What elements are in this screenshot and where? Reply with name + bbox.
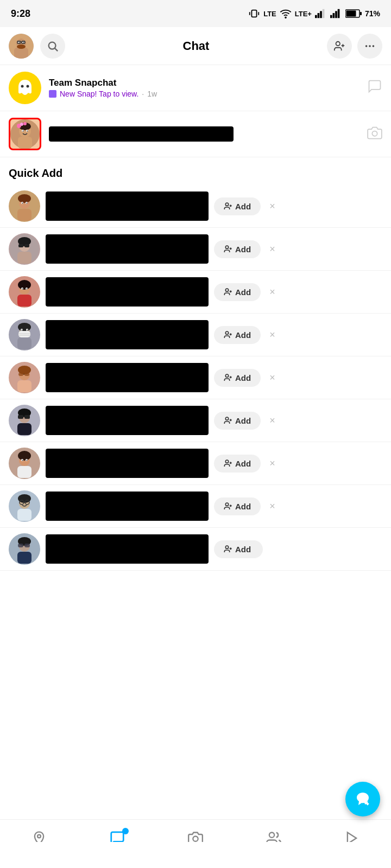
svg-rect-47 <box>18 137 32 149</box>
add-person-btn-icon-1 <box>224 202 232 210</box>
add-button-5[interactable]: Add <box>214 369 261 387</box>
battery-label: 71% <box>365 9 380 18</box>
add-button-7[interactable]: Add <box>214 455 261 473</box>
redacted-block-9 <box>46 534 209 564</box>
search-icon <box>47 40 59 52</box>
dismiss-button-8[interactable]: × <box>267 499 278 514</box>
user-avatar[interactable] <box>9 34 34 59</box>
qa-bitmoji-9 <box>10 534 39 564</box>
qa-bitmoji-4 <box>10 320 39 349</box>
svg-point-41 <box>20 123 23 126</box>
svg-rect-108 <box>18 415 23 419</box>
svg-point-120 <box>22 460 23 461</box>
add-person-btn-icon-8 <box>224 502 232 510</box>
add-person-btn-icon-7 <box>224 459 232 468</box>
dismiss-button-1[interactable]: × <box>267 199 278 214</box>
dismiss-button-7[interactable]: × <box>267 456 278 471</box>
svg-rect-11 <box>338 9 340 18</box>
chat-name-snapchat: Team Snapchat <box>49 78 367 88</box>
chat-item-team-snapchat[interactable]: Team Snapchat New Snap! Tap to view. · 1… <box>0 65 391 111</box>
quick-add-row-8[interactable]: Add × <box>0 485 391 528</box>
dismiss-button-5[interactable]: × <box>267 370 278 386</box>
quick-add-row-2[interactable]: Add × <box>0 228 391 271</box>
add-button-2[interactable]: Add <box>214 240 261 258</box>
svg-rect-84 <box>18 331 30 337</box>
svg-rect-9 <box>333 13 335 18</box>
qa-bitmoji-5 <box>10 363 39 392</box>
qa-bitmoji-2 <box>10 234 39 264</box>
add-button-8[interactable]: Add <box>214 497 261 515</box>
svg-point-112 <box>225 417 228 420</box>
svg-point-83 <box>18 323 31 331</box>
svg-point-48 <box>372 131 377 136</box>
svg-point-42 <box>23 122 27 125</box>
svg-rect-77 <box>17 295 31 307</box>
redacted-avatar <box>9 118 41 150</box>
top-nav: Chat <box>0 27 391 65</box>
qa-bitmoji-8 <box>10 492 39 521</box>
add-label-5: Add <box>235 373 251 382</box>
quick-add-row-1[interactable]: Add × <box>0 185 391 228</box>
add-button-4[interactable]: Add <box>214 326 261 344</box>
svg-point-147 <box>193 836 198 841</box>
more-options-button[interactable] <box>357 34 382 59</box>
quick-add-row-7[interactable]: Add × <box>0 442 391 485</box>
add-person-icon <box>333 40 345 52</box>
redacted-block-4 <box>46 320 209 349</box>
quick-add-row-5[interactable]: Add × <box>0 356 391 399</box>
quick-add-row-4[interactable]: Add × <box>0 314 391 356</box>
qa-avatar-2 <box>9 233 40 265</box>
svg-point-27 <box>49 42 56 49</box>
add-button-6[interactable]: Add <box>214 412 261 430</box>
add-button-1[interactable]: Add <box>214 197 261 215</box>
svg-point-22 <box>23 42 24 43</box>
vibrate-icon <box>248 8 260 20</box>
quick-add-row-9[interactable]: Add <box>0 528 391 571</box>
redacted-block-2 <box>46 234 209 264</box>
svg-rect-5 <box>318 13 320 18</box>
add-person-btn-icon-3 <box>224 288 232 296</box>
svg-rect-111 <box>17 423 31 435</box>
svg-point-76 <box>27 289 28 290</box>
quick-add-title: Quick Add <box>9 167 62 179</box>
content-area: Team Snapchat New Snap! Tap to view. · 1… <box>0 65 391 679</box>
redacted-block-8 <box>46 492 209 521</box>
svg-point-21 <box>19 42 20 43</box>
svg-rect-139 <box>18 544 23 547</box>
svg-point-72 <box>18 280 31 290</box>
search-button[interactable] <box>40 34 65 59</box>
dismiss-button-6[interactable]: × <box>267 413 278 429</box>
qa-bitmoji-3 <box>10 277 39 307</box>
add-button-3[interactable]: Add <box>214 283 261 301</box>
quick-add-row-3[interactable]: Add × <box>0 271 391 314</box>
redacted-block-6 <box>46 406 209 435</box>
camera-icon <box>367 125 382 141</box>
svg-point-46 <box>27 131 28 132</box>
dismiss-button-4[interactable]: × <box>267 327 278 343</box>
qa-avatar-8 <box>9 490 40 522</box>
add-label-2: Add <box>235 245 251 254</box>
dismiss-button-2[interactable]: × <box>267 241 278 257</box>
chat-item-redacted[interactable] <box>0 111 391 157</box>
add-friend-button[interactable] <box>327 34 352 59</box>
add-button-9[interactable]: Add <box>214 540 263 558</box>
dismiss-button-3[interactable]: × <box>267 284 278 300</box>
quick-add-row-6[interactable]: Add × <box>0 399 391 442</box>
svg-point-90 <box>27 330 28 331</box>
svg-point-92 <box>225 331 228 334</box>
svg-rect-8 <box>330 15 332 18</box>
svg-point-55 <box>27 203 28 204</box>
svg-rect-142 <box>17 552 31 564</box>
message-icon <box>367 79 382 94</box>
svg-line-28 <box>55 48 58 51</box>
ghost-icon <box>14 77 36 99</box>
nav-left <box>9 34 65 59</box>
svg-rect-101 <box>17 380 31 392</box>
redacted-block-3 <box>46 277 209 307</box>
svg-rect-99 <box>24 373 29 376</box>
compose-fab[interactable] <box>345 782 380 816</box>
svg-rect-98 <box>18 373 23 376</box>
svg-point-32 <box>365 45 368 47</box>
qa-bitmoji-1 <box>10 192 39 221</box>
user-bitmoji <box>9 34 34 59</box>
